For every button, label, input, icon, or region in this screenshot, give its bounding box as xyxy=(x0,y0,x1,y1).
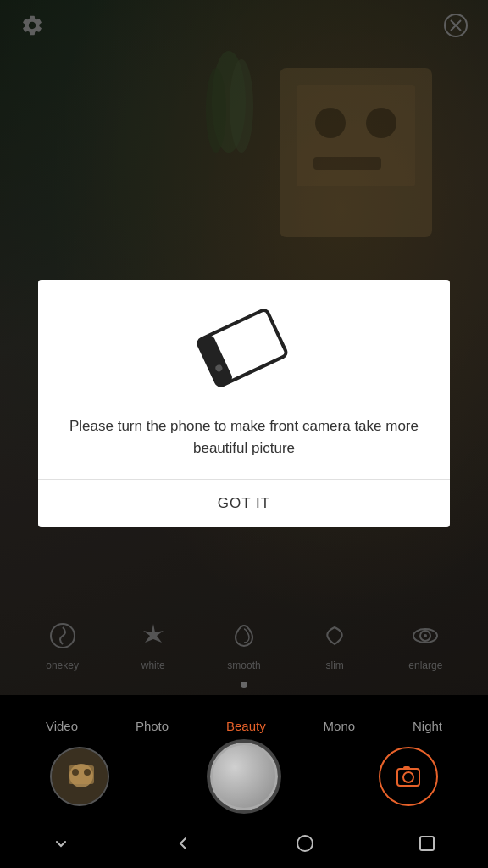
dialog-message: Please turn the phone to make front came… xyxy=(64,415,424,459)
home-icon xyxy=(295,833,315,854)
svg-point-23 xyxy=(84,769,91,776)
nav-down-button[interactable] xyxy=(40,822,82,865)
phone-svg xyxy=(189,309,299,394)
phone-rotation-illustration xyxy=(185,305,303,398)
back-icon xyxy=(173,833,193,854)
switch-camera-button[interactable] xyxy=(379,747,438,806)
svg-point-25 xyxy=(403,772,413,782)
nav-recents-button[interactable] xyxy=(406,822,448,865)
thumbnail-image xyxy=(52,748,109,806)
dialog-body: Please turn the phone to make front came… xyxy=(38,280,450,479)
svg-rect-21 xyxy=(69,765,94,784)
svg-point-27 xyxy=(297,836,313,851)
svg-rect-26 xyxy=(403,766,410,770)
nav-back-button[interactable] xyxy=(162,822,204,865)
last-photo-thumbnail[interactable] xyxy=(50,747,109,806)
shutter-button[interactable] xyxy=(210,743,278,810)
chevron-down-icon xyxy=(51,833,71,854)
got-it-button[interactable]: GOT IT xyxy=(38,480,450,527)
navigation-bar xyxy=(0,819,488,868)
nav-home-button[interactable] xyxy=(284,822,326,865)
camera-controls xyxy=(0,734,488,819)
switch-camera-icon xyxy=(392,760,424,793)
turn-phone-dialog: Please turn the phone to make front came… xyxy=(38,280,450,527)
svg-rect-28 xyxy=(420,837,434,850)
svg-point-22 xyxy=(72,769,79,776)
recents-icon xyxy=(417,833,437,854)
